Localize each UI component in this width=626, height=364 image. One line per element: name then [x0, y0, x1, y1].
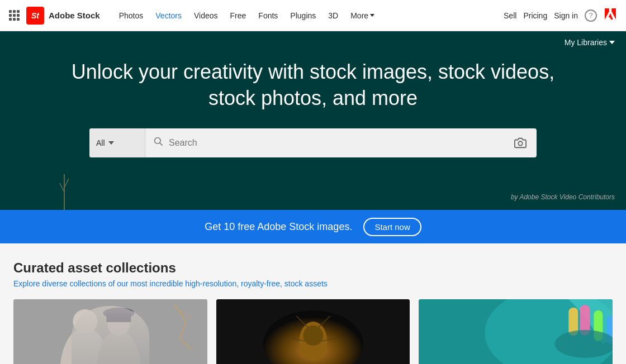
- logo-icon: St: [26, 7, 44, 25]
- hero-section: My Libraries Unlock your creativity with…: [0, 31, 626, 210]
- search-input[interactable]: [169, 138, 506, 148]
- nav-free[interactable]: Free: [225, 7, 252, 25]
- camera-search-icon[interactable]: [512, 135, 529, 151]
- svg-line-2: [64, 179, 69, 188]
- svg-line-4: [160, 143, 163, 146]
- svg-point-11: [103, 308, 134, 319]
- hero-title: Unlock your creativity with stock images…: [61, 59, 565, 112]
- decorative-plant: [56, 165, 73, 210]
- curated-grid: [13, 299, 613, 364]
- nav-3d[interactable]: 3D: [323, 7, 344, 25]
- navbar-left: St Adobe Stock Photos Vectors Videos Fre…: [9, 7, 380, 25]
- logo[interactable]: St Adobe Stock: [26, 7, 100, 25]
- help-button[interactable]: ?: [585, 9, 597, 22]
- curated-card-1[interactable]: [13, 299, 207, 364]
- promo-banner: Get 10 free Adobe Stock images. Start no…: [0, 210, 626, 243]
- svg-point-10: [107, 313, 130, 336]
- svg-rect-12: [106, 313, 131, 322]
- search-bar: All: [89, 128, 537, 157]
- more-chevron-icon: [370, 14, 374, 17]
- sign-in-link[interactable]: Sign in: [554, 11, 578, 20]
- svg-point-3: [155, 138, 161, 144]
- svg-line-1: [60, 183, 64, 192]
- svg-rect-6: [13, 299, 207, 364]
- nav-links: Photos Vectors Videos Free Fonts Plugins…: [113, 7, 380, 25]
- sell-link[interactable]: Sell: [504, 11, 516, 20]
- filter-chevron-icon: [108, 141, 114, 145]
- nav-photos[interactable]: Photos: [113, 7, 149, 25]
- my-libraries-button[interactable]: My Libraries: [565, 38, 615, 47]
- curated-section: Curated asset collections Explore divers…: [0, 243, 626, 364]
- svg-point-16: [303, 325, 323, 346]
- svg-point-5: [518, 141, 522, 145]
- nav-videos[interactable]: Videos: [188, 7, 224, 25]
- curated-card-3[interactable]: [419, 299, 613, 364]
- apps-grid-icon[interactable]: [9, 10, 20, 21]
- pricing-link[interactable]: Pricing: [523, 11, 547, 20]
- card-1-image: [13, 299, 207, 364]
- curated-subtitle: Explore diverse collections of our most …: [13, 279, 613, 288]
- navbar: St Adobe Stock Photos Vectors Videos Fre…: [0, 0, 626, 31]
- navbar-right: Sell Pricing Sign in ?: [504, 7, 617, 23]
- nav-fonts[interactable]: Fonts: [253, 7, 283, 25]
- card-2-image: [216, 299, 410, 364]
- nav-vectors[interactable]: Vectors: [150, 7, 187, 25]
- logo-text: Adobe Stock: [49, 11, 100, 20]
- search-icon: [153, 136, 163, 149]
- curated-title: Curated asset collections: [13, 260, 613, 276]
- curated-card-2[interactable]: [216, 299, 410, 364]
- search-filter-dropdown[interactable]: All: [89, 128, 145, 157]
- search-input-wrap: [145, 128, 537, 157]
- svg-point-9: [73, 309, 97, 334]
- hero-attribution: by Adobe Stock Video Contributors: [511, 193, 615, 201]
- svg-point-8: [96, 330, 141, 364]
- card-3-image: [419, 299, 613, 364]
- my-libraries-chevron-icon: [609, 41, 615, 44]
- promo-text: Get 10 free Adobe Stock images.: [205, 221, 352, 233]
- start-now-button[interactable]: Start now: [363, 218, 421, 236]
- adobe-icon[interactable]: [604, 7, 617, 23]
- nav-plugins[interactable]: Plugins: [284, 7, 321, 25]
- nav-more[interactable]: More: [345, 7, 380, 25]
